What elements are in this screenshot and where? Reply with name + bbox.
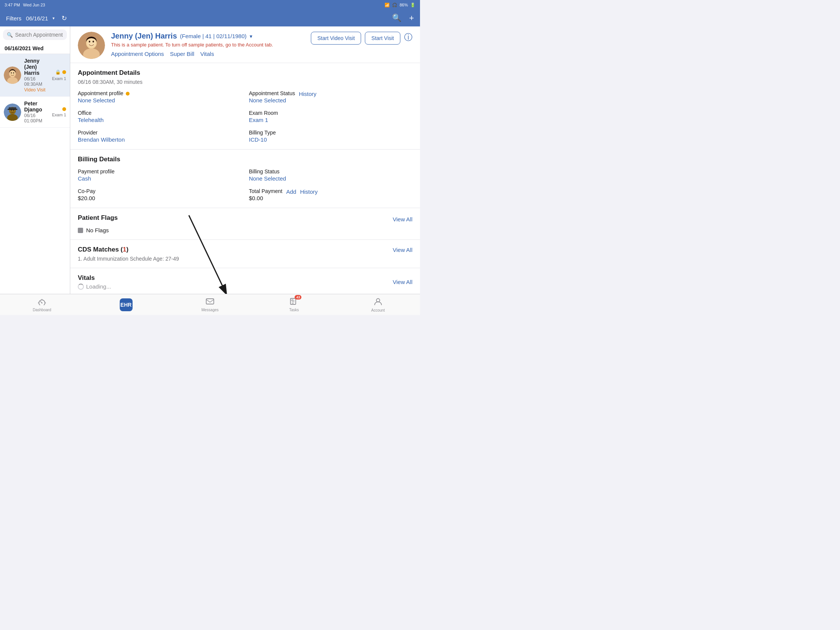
vitals-left: Vitals Loading...: [78, 274, 111, 290]
battery-pct: 86%: [399, 3, 408, 7]
office-value[interactable]: Telehealth: [78, 117, 104, 123]
ehr-label: EHR: [120, 302, 132, 308]
patient-demo: (Female | 41 | 02/11/1980): [180, 33, 246, 39]
provider-value[interactable]: Brendan Wilberton: [78, 136, 125, 143]
billing-status-value[interactable]: None Selected: [249, 175, 286, 182]
cds-title: CDS Matches (1): [78, 246, 128, 253]
total-label-row: Total Payment Add History: [249, 188, 412, 195]
tab-tasks[interactable]: 43 Tasks: [252, 295, 336, 314]
list-item[interactable]: Jenny (Jen) Harris 06/16 08:30AM Video V…: [0, 54, 70, 97]
payment-profile-label: Payment profile: [78, 169, 242, 175]
status-time: 3:47 PM: [5, 3, 20, 7]
svg-point-18: [89, 41, 90, 43]
billing-type-value[interactable]: ICD-10: [249, 136, 267, 143]
tab-dashboard[interactable]: Dashboard: [0, 295, 84, 314]
history-link[interactable]: History: [299, 91, 316, 97]
search-input[interactable]: [15, 32, 63, 38]
no-flags-row: No Flags: [78, 227, 412, 234]
cds-header: CDS Matches (1) View All: [78, 246, 412, 253]
start-visit-button[interactable]: Start Visit: [365, 32, 400, 44]
provider-field: Provider Brendan Wilberton: [78, 129, 242, 143]
tab-messages-label: Messages: [201, 308, 219, 312]
copay-field: Co-Pay $20.00: [78, 188, 242, 202]
ehr-badge: EHR: [120, 298, 133, 311]
wifi-icon: 📶: [385, 3, 390, 8]
appointment-details-title: Appointment Details: [78, 69, 412, 77]
tab-ehr[interactable]: EHR: [84, 296, 168, 314]
profile-value[interactable]: None Selected: [78, 97, 115, 104]
status-right: 📶 🎧 86% 🔋: [385, 3, 415, 8]
cds-view-all[interactable]: View All: [393, 246, 412, 253]
exam-room-value[interactable]: Exam 1: [249, 117, 268, 123]
search-icon[interactable]: 🔍: [392, 13, 401, 23]
total-payment-field: Total Payment Add History $0.00: [249, 188, 412, 202]
patient-info-header: Jenny (Jen) Harris (Female | 41 | 02/11/…: [111, 32, 305, 57]
header-right: 🔍 +: [392, 13, 414, 23]
cds-item: 1. Adult Immunization Schedule Age: 27-4…: [78, 256, 412, 262]
flags-title: Patient Flags: [78, 214, 118, 222]
search-icon: 🔍: [7, 32, 13, 38]
start-video-visit-button[interactable]: Start Video Visit: [311, 32, 361, 44]
total-payment-value: $0.00: [249, 195, 263, 201]
cds-count: 1: [123, 246, 126, 253]
header-date[interactable]: 06/16/21: [26, 15, 48, 22]
appointment-list: Jenny (Jen) Harris 06/16 08:30AM Video V…: [0, 54, 70, 294]
tab-messages[interactable]: Messages: [168, 295, 252, 314]
office-field: Office Telehealth: [78, 110, 242, 123]
apt-name: Peter Django: [24, 101, 49, 112]
super-bill-link[interactable]: Super Bill: [170, 51, 194, 57]
office-label: Office: [78, 110, 242, 116]
provider-label: Provider: [78, 129, 242, 136]
total-history-link[interactable]: History: [300, 188, 317, 195]
filters-button[interactable]: Filters: [6, 15, 22, 22]
tab-tasks-label: Tasks: [289, 308, 299, 312]
tab-account[interactable]: Account: [336, 295, 420, 315]
patient-actions: Appointment Options Super Bill Vitals: [111, 51, 305, 57]
tab-dashboard-label: Dashboard: [33, 308, 51, 312]
chevron-down-icon[interactable]: ▾: [249, 33, 252, 39]
status-date: Wed Jun 23: [23, 3, 45, 7]
appointment-details-section: Appointment Details 06/16 08:30AM, 30 mi…: [70, 63, 420, 150]
payment-profile-value[interactable]: Cash: [78, 175, 91, 182]
svg-point-4: [11, 72, 12, 74]
refresh-icon[interactable]: ↻: [62, 14, 67, 22]
cds-matches-section: CDS Matches (1) View All 1. Adult Immuni…: [70, 240, 420, 268]
billing-status-label: Billing Status: [249, 169, 412, 175]
status-label-row: Appointment Status History: [249, 90, 412, 97]
add-icon[interactable]: +: [409, 13, 414, 23]
flags-view-all[interactable]: View All: [393, 216, 412, 223]
billing-type-field: Billing Type ICD-10: [249, 129, 412, 143]
apt-time: 06/16 08:30AM: [24, 76, 49, 87]
profile-label: Appointment profile: [78, 90, 123, 96]
add-link[interactable]: Add: [286, 188, 297, 195]
svg-rect-23: [206, 299, 214, 304]
vitals-view-all[interactable]: View All: [393, 279, 412, 285]
copay-value: $20.00: [78, 195, 95, 201]
info-icon[interactable]: ⓘ: [404, 32, 412, 43]
exam-room-label: Exam Room: [249, 110, 412, 116]
vitals-section: Vitals Loading... View All: [70, 268, 420, 294]
status-value[interactable]: None Selected: [249, 97, 286, 104]
vitals-loading: Loading...: [78, 283, 111, 290]
date-header: 06/16/2021 Wed: [0, 43, 70, 54]
vitals-link[interactable]: Vitals: [200, 51, 214, 57]
dashboard-icon: [37, 298, 46, 307]
appointment-profile-field: Appointment profile None Selected: [78, 90, 242, 104]
messages-icon: [205, 298, 215, 307]
billing-fields: Payment profile Cash Billing Status None…: [78, 169, 412, 202]
left-panel: 🔍 06/16/2021 Wed: [0, 27, 70, 294]
patient-header-buttons: Start Video Visit Start Visit ⓘ: [311, 32, 412, 44]
profile-dot: [126, 92, 129, 96]
exam-label: Exam 1: [52, 112, 66, 117]
appointment-fields: Appointment profile None Selected Appoin…: [78, 90, 412, 143]
appointment-options-link[interactable]: Appointment Options: [111, 51, 164, 57]
loading-text: Loading...: [86, 283, 111, 290]
search-box[interactable]: 🔍: [3, 30, 67, 40]
sample-patient-message: This is a sample patient. To turn off sa…: [111, 42, 305, 47]
list-item[interactable]: Peter Django 06/16 01:00PM Exam 1: [0, 97, 70, 128]
no-flags-label: No Flags: [86, 227, 109, 234]
avatar: [4, 66, 21, 84]
flag-square-icon: [78, 228, 83, 233]
chevron-down-icon[interactable]: ▾: [52, 16, 55, 21]
account-icon: [374, 297, 383, 308]
